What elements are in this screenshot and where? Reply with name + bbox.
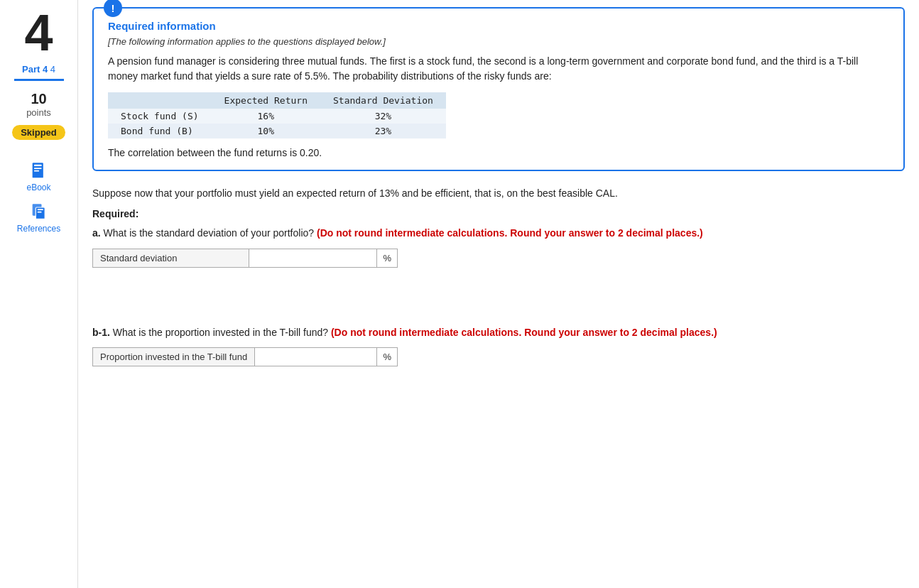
part-underline (14, 79, 64, 81)
info-icon: ! (104, 0, 122, 17)
std-dev-unit: % (376, 249, 397, 267)
info-box-subtitle: [The following information applies to th… (108, 36, 889, 47)
skipped-badge: Skipped (12, 125, 65, 140)
part-b1-question: What is the proportion invested in the T… (113, 327, 331, 338)
table-row: Stock fund (S) 16% 32% (108, 109, 446, 124)
svg-rect-7 (37, 212, 41, 213)
tbill-input[interactable] (255, 348, 376, 366)
sidebar-icons: eBook References (17, 161, 60, 234)
fund-table: Expected Return Standard Deviation Stock… (108, 92, 446, 138)
question-part-a: a. What is the standard deviation of you… (92, 225, 905, 267)
table-cell-return1: 16% (212, 109, 320, 124)
points-label: points (26, 107, 51, 118)
question-part-b1: b-1. What is the proportion invested in … (92, 325, 905, 366)
svg-rect-1 (34, 165, 42, 166)
part-a-highlight: (Do not round intermediate calculations.… (317, 227, 703, 239)
part-b1-letter: b-1. (92, 327, 110, 338)
table-row: Bond fund (B) 10% 23% (108, 124, 446, 138)
question-section: Suppose now that your portfolio must yie… (92, 185, 905, 366)
svg-rect-2 (34, 168, 42, 169)
main-content: ! Required information [The following in… (78, 0, 919, 588)
table-header-return: Expected Return (212, 92, 320, 109)
points-value: 10 (31, 91, 46, 107)
references-icon (29, 202, 49, 222)
tbill-input-row: Proportion invested in the T-bill fund % (92, 347, 398, 366)
std-dev-label: Standard deviation (93, 249, 249, 267)
required-label: Required: (92, 208, 905, 219)
table-cell-stddev1: 32% (320, 109, 446, 124)
table-cell-fund2: Bond fund (B) (108, 124, 212, 138)
table-cell-return2: 10% (212, 124, 320, 138)
part-a-label: a. What is the standard deviation of you… (92, 225, 905, 241)
part-b1-label: b-1. What is the proportion invested in … (92, 325, 905, 340)
std-dev-input[interactable] (249, 249, 376, 267)
ebook-button[interactable]: eBook (26, 161, 50, 192)
std-dev-input-row: Standard deviation % (92, 249, 398, 268)
sidebar: 4 Part 4 4 10 points Skipped eBook Refer… (0, 0, 78, 588)
part-a-letter: a. (92, 227, 101, 239)
references-button[interactable]: References (17, 202, 60, 234)
table-header-stddev: Standard Deviation (320, 92, 446, 109)
ebook-icon (29, 161, 49, 181)
part-a-question: What is the standard deviation of your p… (104, 227, 317, 239)
correlation-text: The correlation between the fund returns… (108, 147, 889, 158)
part-b1-highlight: (Do not round intermediate calculations.… (331, 327, 717, 338)
tbill-label: Proportion invested in the T-bill fund (93, 348, 255, 366)
part-label-total: 4 (50, 64, 55, 75)
ebook-label: eBook (26, 183, 50, 192)
info-box: ! Required information [The following in… (92, 7, 905, 171)
info-box-description: A pension fund manager is considering th… (108, 54, 889, 84)
table-header-fund (108, 92, 212, 109)
references-label: References (17, 224, 60, 234)
table-cell-stddev2: 23% (320, 124, 446, 138)
part-number: 4 (24, 7, 53, 58)
part-label: Part 4 4 (22, 64, 55, 75)
tbill-unit: % (376, 348, 397, 366)
info-box-title: Required information (108, 20, 889, 32)
intro-text: Suppose now that your portfolio must yie… (92, 185, 905, 201)
table-cell-fund1: Stock fund (S) (108, 109, 212, 124)
part-label-current: Part 4 (22, 64, 48, 75)
svg-rect-3 (34, 170, 39, 172)
svg-rect-6 (37, 209, 43, 210)
